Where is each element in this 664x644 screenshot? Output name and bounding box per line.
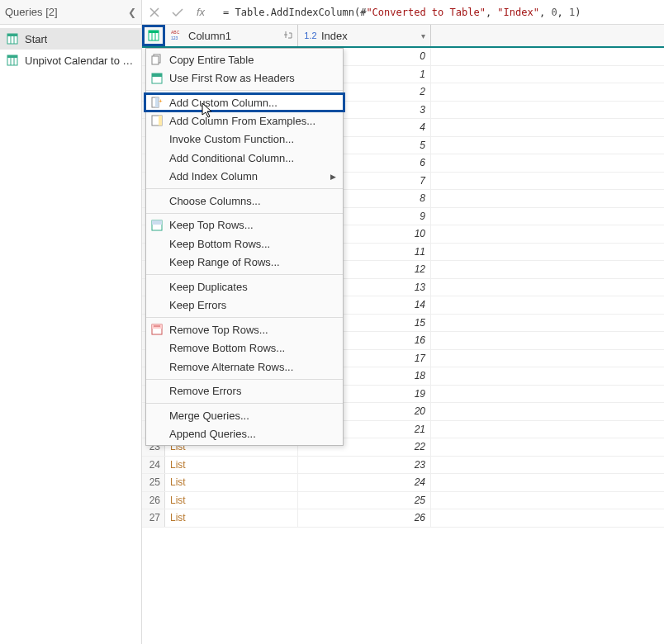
cell-column1[interactable]: List	[165, 492, 298, 509]
addcol-icon: +	[149, 96, 164, 109]
blank-icon	[149, 385, 164, 398]
cancel-formula-button[interactable]	[145, 3, 164, 21]
select-all-corner[interactable]	[142, 25, 165, 46]
table-row[interactable]: 24List23	[142, 457, 664, 475]
menu-item-label: Invoke Custom Function...	[169, 133, 336, 145]
menu-item-label: Keep Top Rows...	[169, 219, 336, 231]
query-item[interactable]: Start	[0, 28, 141, 50]
menu-item[interactable]: Add Column From Examples...	[146, 111, 343, 130]
queries-list: StartUnpivot Calendar to T...	[0, 25, 141, 71]
blank-icon	[149, 409, 164, 422]
menu-item[interactable]: Remove Errors	[146, 382, 343, 401]
menu-item-label: Use First Row as Headers	[169, 72, 336, 84]
blank-icon	[149, 237, 164, 250]
menu-item-label: Add Index Column	[169, 170, 325, 182]
menu-item[interactable]: Keep Duplicates	[146, 277, 343, 296]
svg-text:+: +	[159, 97, 163, 105]
table-row[interactable]: 27List26	[142, 509, 664, 528]
svg-rect-22	[159, 116, 162, 125]
index-dropdown-icon[interactable]: ▾	[412, 31, 425, 40]
blank-icon	[149, 194, 164, 207]
fx-icon[interactable]: fx	[192, 3, 210, 21]
cell-index[interactable]: 23	[298, 457, 431, 474]
blank-icon	[149, 299, 164, 312]
commit-formula-button[interactable]	[168, 3, 187, 21]
queries-header: Queries [2] ❮	[0, 0, 141, 25]
keep-icon	[149, 219, 164, 232]
table-context-menu: Copy Entire TableUse First Row as Header…	[145, 48, 344, 446]
column-header-index[interactable]: 1.2 Index ▾	[298, 25, 431, 46]
menu-item-label: Keep Bottom Rows...	[169, 238, 336, 250]
submenu-arrow-icon: ▶	[330, 173, 336, 181]
menu-item[interactable]: Remove Bottom Rows...	[146, 339, 343, 358]
cell-column1[interactable]: List	[165, 457, 298, 474]
copy-icon	[149, 53, 164, 66]
query-item-label: Unpivot Calendar to T...	[25, 54, 135, 67]
cell-column1[interactable]: List	[165, 474, 298, 491]
row-number: 24	[142, 457, 165, 474]
menu-separator	[146, 213, 343, 214]
menu-item[interactable]: Choose Columns...	[146, 192, 343, 211]
table-row[interactable]: 26List25	[142, 492, 664, 510]
remove-icon	[149, 323, 164, 336]
row-number: 27	[142, 509, 165, 527]
menu-item-label: Add Column From Examples...	[169, 115, 336, 127]
menu-item-label: Add Custom Column...	[169, 97, 336, 109]
menu-item[interactable]: Remove Top Rows...	[146, 320, 343, 339]
menu-item[interactable]: Keep Range of Rows...	[146, 253, 343, 272]
menu-item[interactable]: Keep Bottom Rows...	[146, 234, 343, 253]
svg-rect-9	[149, 31, 159, 33]
cell-index[interactable]: 26	[298, 509, 431, 527]
row-number: 26	[142, 492, 165, 509]
blank-icon	[149, 133, 164, 146]
type-number-icon: 1.2	[303, 31, 318, 40]
menu-separator	[146, 274, 343, 275]
menu-item-label: Add Conditional Column...	[169, 152, 336, 164]
menu-item-label: Append Queries...	[169, 428, 336, 440]
menu-item[interactable]: Merge Queries...	[146, 406, 343, 425]
collapse-icon[interactable]: ❮	[128, 7, 136, 18]
blank-icon	[149, 170, 164, 183]
table-icon	[7, 33, 18, 45]
menu-item[interactable]: Append Queries...	[146, 425, 343, 444]
index-label: Index	[321, 30, 409, 42]
cell-column1[interactable]: List	[165, 509, 298, 527]
column1-expand-icon[interactable]	[279, 30, 292, 41]
menu-item-label: Keep Errors	[169, 299, 336, 311]
queries-panel: Queries [2] ❮ StartUnpivot Calendar to T…	[0, 0, 142, 644]
svg-rect-15	[152, 56, 159, 64]
header-icon	[149, 72, 164, 85]
blank-icon	[149, 342, 164, 355]
menu-item[interactable]: Keep Top Rows...	[146, 216, 343, 235]
menu-item-label: Remove Alternate Rows...	[169, 361, 336, 373]
query-item[interactable]: Unpivot Calendar to T...	[0, 50, 141, 71]
menu-separator	[146, 403, 343, 404]
menu-item[interactable]: Add Index Column▶	[146, 168, 343, 187]
blank-icon	[149, 360, 164, 373]
svg-text:ABC: ABC	[171, 30, 180, 35]
menu-item[interactable]: Use First Row as Headers	[146, 69, 343, 88]
menu-item[interactable]: Invoke Custom Function...	[146, 130, 343, 149]
menu-separator	[146, 188, 343, 189]
menu-item[interactable]: Keep Errors	[146, 296, 343, 315]
svg-text:123: 123	[171, 36, 178, 40]
cell-index[interactable]: 25	[298, 492, 431, 509]
menu-item-label: Keep Duplicates	[169, 281, 336, 293]
menu-item-label: Choose Columns...	[169, 195, 336, 207]
blank-icon	[149, 428, 164, 441]
menu-item[interactable]: Copy Entire Table	[146, 50, 343, 69]
row-number: 25	[142, 474, 165, 491]
menu-separator	[146, 90, 343, 91]
column-header-column1[interactable]: ABC123 Column1	[165, 25, 298, 46]
menu-item[interactable]: Add Conditional Column...	[146, 149, 343, 168]
menu-item-label: Keep Range of Rows...	[169, 256, 336, 268]
formula-text[interactable]: = Table.AddIndexColumn(#"Converted to Ta…	[215, 7, 661, 18]
menu-item-label: Remove Bottom Rows...	[169, 342, 336, 354]
queries-title: Queries [2]	[5, 6, 58, 18]
menu-item[interactable]: Remove Alternate Rows...	[146, 358, 343, 376]
menu-item-label: Remove Top Rows...	[169, 324, 336, 336]
cell-index[interactable]: 24	[298, 474, 431, 491]
table-row[interactable]: 25List24	[142, 474, 664, 492]
table-header-row: ABC123 Column1 1.2 Index ▾	[142, 25, 664, 48]
menu-item[interactable]: +Add Custom Column...	[144, 92, 345, 112]
